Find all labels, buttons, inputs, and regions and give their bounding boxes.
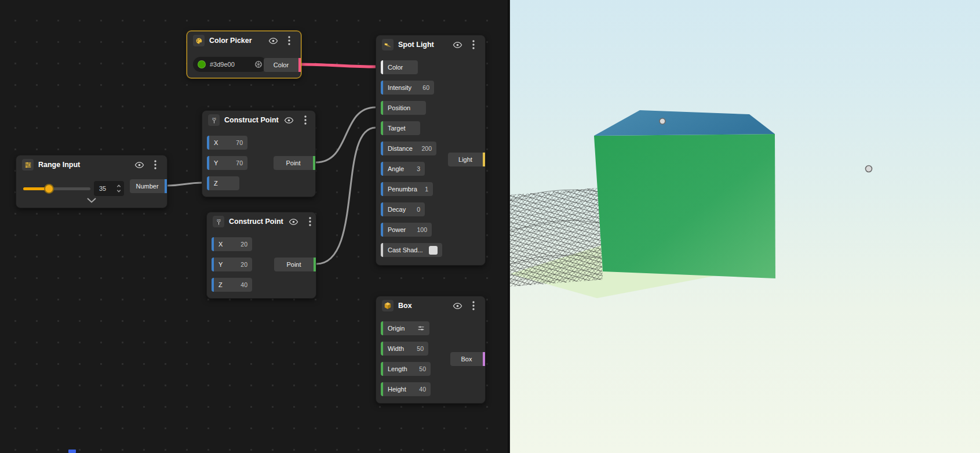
color-swatch[interactable] (198, 60, 206, 68)
input-port-x[interactable]: X 70 (207, 136, 247, 150)
svg-text:xyz: xyz (212, 117, 216, 119)
hex-value: #3d9e00 (210, 61, 235, 68)
eye-icon[interactable] (451, 300, 463, 311)
spotlight-wireframe-helper[interactable] (510, 188, 603, 287)
output-port-light[interactable]: Light (448, 153, 485, 166)
input-port-target[interactable]: Target (381, 121, 420, 135)
node-title: Box (398, 302, 447, 310)
wire-color[interactable] (301, 64, 376, 67)
node-header: Spot Light (376, 35, 485, 54)
input-port-intensity[interactable]: Intensity 60 (381, 81, 434, 95)
kebab-menu-icon[interactable] (468, 39, 479, 50)
number-stepper[interactable] (116, 183, 122, 194)
construct-point-icon: xyz (213, 216, 224, 227)
app-window: Color Picker #3d9e00 Color (0, 0, 980, 453)
kebab-menu-icon[interactable] (150, 159, 161, 171)
output-port-point[interactable]: Point (274, 156, 315, 170)
input-port-z[interactable]: Z (207, 176, 239, 190)
node-title: Spot Light (398, 41, 447, 49)
stepper-up-down-icon[interactable] (116, 183, 122, 194)
node-header: Range Input (16, 155, 167, 174)
node-range-input[interactable]: Range Input 35 (16, 155, 167, 208)
eye-icon[interactable] (133, 159, 145, 171)
node-graph-canvas[interactable]: Color Picker #3d9e00 Color (0, 0, 509, 453)
slider-fill (23, 187, 49, 190)
cast-shadow-checkbox[interactable] (429, 246, 438, 255)
box-front-face (594, 134, 775, 278)
node-construct-point-2[interactable]: xyz Construct Point X 20 Y 20 Z 40 (206, 212, 316, 299)
output-port-number[interactable]: Number (130, 179, 167, 193)
input-port-z[interactable]: Z 40 (212, 278, 252, 292)
chevron-down-icon (87, 198, 96, 203)
input-port-distance[interactable]: Distance 200 (381, 142, 436, 155)
input-port-y[interactable]: Y 70 (207, 156, 247, 170)
eye-icon[interactable] (267, 35, 279, 46)
construct-point-icon: xyz (208, 114, 220, 126)
wire-target[interactable] (316, 128, 376, 264)
box-top-face (594, 110, 775, 136)
slider-thumb[interactable] (44, 184, 54, 194)
eye-icon[interactable] (451, 39, 463, 50)
expand-node-button[interactable] (82, 194, 101, 206)
input-port-penumbra[interactable]: Penumbra 1 (381, 182, 433, 196)
output-port-point[interactable]: Point (274, 258, 316, 271)
color-picker-icon (193, 35, 205, 46)
light-position-handle[interactable] (660, 118, 665, 124)
node-construct-point-1[interactable]: xyz Construct Point X 70 Y 70 Z (202, 110, 316, 197)
spot-light-icon (382, 39, 394, 50)
viewport-3d[interactable] (510, 0, 980, 453)
input-port-height[interactable]: Height 40 (381, 382, 431, 396)
input-port-power[interactable]: Power 100 (381, 223, 432, 237)
wire-position[interactable] (316, 107, 376, 162)
input-port-decay[interactable]: Decay 0 (381, 202, 425, 216)
wire-number[interactable] (167, 183, 202, 186)
range-input-icon (22, 159, 34, 171)
svg-text:xyz: xyz (217, 218, 221, 221)
scene-layer (510, 0, 980, 453)
eye-icon[interactable] (283, 114, 295, 126)
node-title: Construct Point (229, 218, 283, 226)
node-color-picker[interactable]: Color Picker #3d9e00 Color (187, 31, 301, 78)
node-title: Color Picker (209, 37, 263, 45)
node-title: Range Input (38, 161, 129, 169)
node-header: Color Picker (187, 31, 301, 50)
input-port-length[interactable]: Length 50 (381, 362, 431, 376)
input-port-color[interactable]: Color (381, 60, 418, 74)
node-header: Box (376, 296, 485, 315)
range-slider[interactable] (23, 183, 90, 194)
input-port-angle[interactable]: Angle 3 (381, 162, 425, 176)
eye-icon[interactable] (288, 216, 300, 227)
color-value-field[interactable]: #3d9e00 (193, 57, 267, 72)
kebab-menu-icon[interactable] (304, 216, 316, 227)
box-mesh[interactable] (594, 110, 775, 278)
input-port-width[interactable]: Width 50 (381, 342, 428, 356)
input-port-position[interactable]: Position (381, 101, 426, 115)
node-box[interactable]: Box Origin Width 50 Length 50 (376, 296, 486, 404)
sliders-icon[interactable] (417, 325, 425, 332)
scene-handle[interactable] (866, 166, 872, 172)
kebab-menu-icon[interactable] (468, 300, 479, 311)
slider-track[interactable] (23, 187, 90, 190)
input-port-y[interactable]: Y 20 (212, 258, 252, 271)
input-port-origin[interactable]: Origin (381, 321, 429, 335)
kebab-menu-icon[interactable] (283, 35, 295, 46)
node-header: xyz Construct Point (202, 111, 315, 129)
output-port-color[interactable]: Color (264, 58, 301, 72)
kebab-menu-icon[interactable] (300, 114, 311, 126)
input-port-x[interactable]: X 20 (212, 237, 252, 251)
canvas-artifact (68, 450, 76, 453)
output-port-box[interactable]: Box (450, 352, 485, 366)
node-spot-light[interactable]: Spot Light Color Intensity 60 Position T… (376, 35, 486, 266)
input-port-cast-shadow[interactable]: Cast Shad... (381, 243, 442, 257)
color-wheel-icon[interactable] (254, 60, 263, 68)
box-icon (382, 300, 394, 311)
node-title: Construct Point (224, 116, 279, 124)
node-header: xyz Construct Point (207, 212, 316, 231)
